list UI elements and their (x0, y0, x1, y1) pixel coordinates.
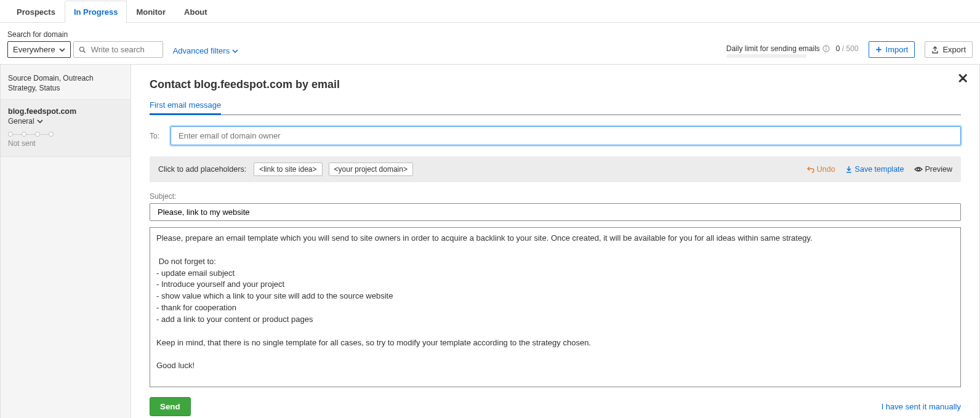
undo-label: Undo (817, 165, 835, 174)
chevron-down-icon (232, 48, 238, 54)
chevron-down-icon (37, 118, 43, 124)
subject-input-wrapper (150, 203, 961, 221)
email-body-textarea[interactable]: Please, prepare an email template which … (150, 227, 961, 387)
tab-prospects[interactable]: Prospects (7, 1, 65, 23)
import-button[interactable]: Import (869, 41, 915, 58)
preview-link[interactable]: Preview (914, 165, 952, 174)
plus-icon (875, 46, 882, 53)
tab-monitor[interactable]: Monitor (127, 1, 175, 23)
export-icon (931, 46, 939, 54)
svg-point-4 (825, 47, 827, 48)
close-button[interactable]: ✕ (957, 71, 968, 87)
import-label: Import (886, 45, 909, 54)
preview-label: Preview (925, 165, 952, 174)
export-label: Export (942, 45, 966, 54)
daily-limit-label: Daily limit for sending emails (726, 44, 820, 53)
to-input-wrapper (171, 126, 961, 145)
search-input[interactable] (90, 44, 158, 55)
undo-icon (807, 166, 814, 173)
sidebar-item-status: Not sent (8, 139, 123, 148)
export-button[interactable]: Export (925, 41, 973, 58)
sidebar-item[interactable]: blog.feedspot.com General Not sent (1, 100, 131, 157)
sidebar: Source Domain, Outreach Strategy, Status… (0, 65, 131, 418)
download-icon (845, 166, 853, 173)
tab-about[interactable]: About (175, 1, 217, 23)
daily-limit: Daily limit for sending emails 0 / 500 (726, 44, 859, 58)
search-icon (79, 46, 86, 54)
placeholder-chip-site-idea[interactable]: <link to site idea> (254, 163, 322, 176)
sent-manually-link[interactable]: I have sent it manually (882, 402, 961, 411)
sidebar-item-domain: blog.feedspot.com (8, 107, 123, 116)
info-icon[interactable] (822, 45, 830, 52)
daily-limit-value: 0 / 500 (836, 44, 859, 53)
svg-point-0 (79, 47, 84, 51)
to-input[interactable] (177, 131, 954, 141)
to-label: To: (150, 132, 163, 140)
subject-input[interactable] (156, 207, 954, 217)
search-input-wrapper (73, 41, 163, 58)
placeholder-bar: Click to add placeholders: <link to site… (150, 156, 961, 182)
close-icon: ✕ (957, 71, 968, 86)
panel-subtabs: First email message (150, 100, 961, 115)
sidebar-column-header: Source Domain, Outreach Strategy, Status (1, 70, 131, 100)
placeholder-label: Click to add placeholders: (158, 165, 246, 174)
daily-limit-bar (726, 54, 806, 58)
subtab-first-email[interactable]: First email message (150, 100, 221, 115)
advanced-filters-label: Advanced filters (173, 46, 230, 55)
eye-icon (914, 166, 923, 173)
main-tabs: Prospects In Progress Monitor About (0, 0, 980, 23)
panel-title: Contact blog.feedspot.com by email (150, 78, 961, 91)
search-label: Search for domain (7, 30, 163, 39)
scope-selected-label: Everywhere (13, 45, 55, 54)
subject-label: Subject: (150, 192, 961, 201)
tab-in-progress[interactable]: In Progress (65, 1, 127, 23)
scope-select[interactable]: Everywhere (7, 41, 71, 58)
save-template-link[interactable]: Save template (845, 165, 904, 174)
email-panel: ✕ Contact blog.feedspot.com by email Fir… (131, 65, 980, 418)
placeholder-chip-project-domain[interactable]: <your project domain> (329, 163, 413, 176)
toolbar: Search for domain Everywhere Advanced fi… (0, 23, 980, 65)
svg-line-1 (83, 50, 85, 52)
svg-point-8 (917, 168, 920, 171)
sidebar-item-strategy[interactable]: General (8, 117, 123, 126)
send-button[interactable]: Send (150, 397, 191, 416)
chevron-down-icon (59, 47, 65, 53)
undo-link[interactable]: Undo (807, 165, 835, 174)
save-template-label: Save template (855, 165, 904, 174)
advanced-filters-link[interactable]: Advanced filters (173, 46, 239, 58)
progress-steps (8, 132, 123, 137)
sidebar-item-strategy-label: General (8, 117, 34, 126)
